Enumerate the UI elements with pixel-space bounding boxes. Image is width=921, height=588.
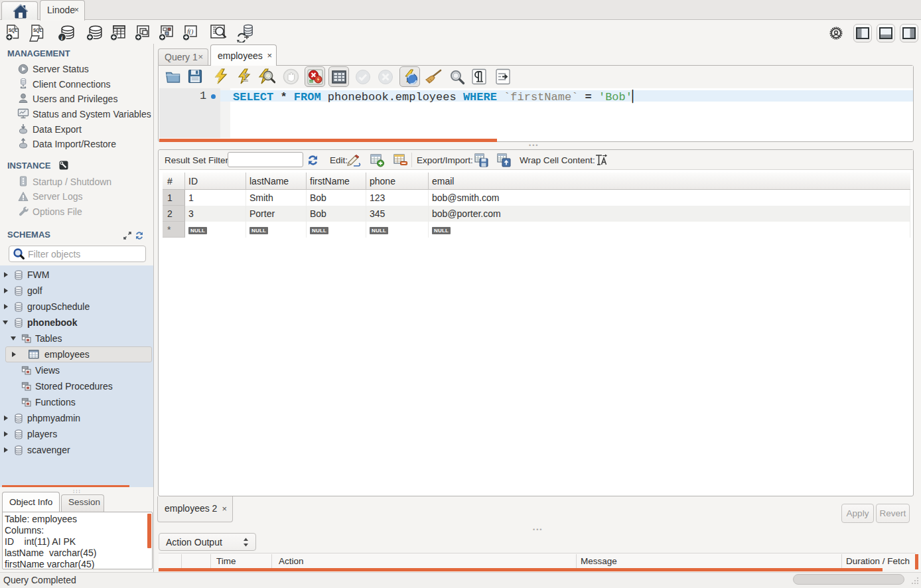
svg-text:SQL: SQL: [33, 28, 42, 33]
svg-text:SQL: SQL: [9, 28, 17, 33]
